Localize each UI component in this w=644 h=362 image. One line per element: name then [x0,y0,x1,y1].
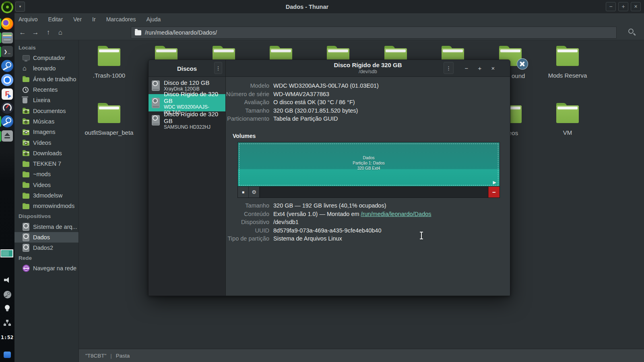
sidebar-item-mods[interactable]: ~mods [14,169,78,179]
maximize-button[interactable]: + [618,2,628,11]
folder-mods-reserva[interactable] [556,46,579,66]
drive-title: Disco Rígido de 320 GB [298,62,438,69]
sidebar-item-videos[interactable]: ▶Vídeos [14,137,78,148]
file-cabinet-icon[interactable] [2,32,14,44]
menu-marcadores[interactable]: Marcadores [106,16,136,23]
eject-icon[interactable] [2,130,14,142]
folder-label-partial: ound [512,72,525,79]
dialog-maximize-button[interactable]: + [475,64,485,73]
folder-documents-icon [23,108,29,114]
firefox-icon[interactable] [1,18,13,30]
folder-images-icon: ▣ [23,129,29,135]
folder-icon [23,171,29,177]
folder-trash-1000[interactable] [98,46,120,66]
folder-download-icon: ↓ [23,150,29,156]
disks-dialog: Discos ⋮ Disco de 120 GBXrayDisk 120GB D… [148,60,510,296]
sidebar-item-navegar-rede[interactable]: Navegar na rede [14,263,78,274]
disks-headerbar[interactable]: Disco Rígido de 320 GB /dev/sdb ⋮ − + × [226,60,510,77]
speaker-icon[interactable] [4,277,16,289]
folder-outfitswaper[interactable] [98,103,120,123]
disks-list-headerbar[interactable]: Discos ⋮ [149,60,225,77]
sidebar-item-videos2[interactable]: Videos [14,180,78,190]
device-row-320gb-wdc[interactable]: Disco Rígido de 320 GBWDC WD3200AAJS-00L… [149,94,225,111]
unmount-button[interactable]: ■ [238,187,249,197]
sidebar-item-morrowindmods[interactable]: morrowindmods [14,201,78,211]
sidebar-item-home[interactable]: ⌂leonardo [14,63,78,74]
folder-vm[interactable] [556,103,579,123]
folder-icon [135,30,141,35]
partition-number: Partição 1: Dados [353,160,385,166]
menubar: Arquivo Editar Ver Ir Marcadores Ajuda [14,13,644,25]
steam-alt-icon[interactable] [1,115,13,128]
menu-ver[interactable]: Ver [73,16,82,23]
app-menu-icon[interactable]: ⋮ [214,62,222,74]
minimize-button[interactable]: − [606,2,616,11]
folder-label: .Trash-1000 [79,72,139,79]
delete-partition-button[interactable]: − [488,187,500,197]
opensuse-logo-icon[interactable] [1,1,13,13]
statusbar: "T8CBT" | Pasta [79,349,644,362]
back-icon[interactable]: ← [18,28,27,37]
sidebar-item-musicas[interactable]: ♪Músicas [14,116,78,127]
close-button[interactable]: × [631,2,641,11]
up-icon[interactable]: ↑ [43,28,53,37]
lightbulb-icon[interactable] [5,305,17,317]
partition-options-icon[interactable]: ⚙ [249,187,260,197]
partition-block[interactable]: Dados Partição 1: Dados 320 GB Ext4 ▶ [238,142,500,187]
sidebar-item-3dmodelsw[interactable]: 3dmodelsw [14,190,78,201]
sidebar-item-lixeira[interactable]: Lixeira [14,95,78,105]
menu-arquivo[interactable]: Arquivo [19,16,37,23]
home-icon: ⌂ [23,65,32,72]
sidebar-item-sistema[interactable]: Sistema de arq... [14,221,78,232]
workspace-pager-icon[interactable] [0,249,12,261]
folder-label: VM [537,129,598,136]
sidebar-item-dados2[interactable]: Dados2 [14,243,78,253]
device-row-320gb-samsung[interactable]: Disco Rígido de 320 GBSAMSUNG HD322HJ [149,111,225,129]
sidebar-item-documentos[interactable]: Documentos [14,105,78,116]
steam-icon[interactable] [1,60,13,72]
folder-icon [23,203,29,209]
drive-device-path: /dev/sdb [298,69,438,74]
volume-toolbar-spacer [260,187,488,197]
menu-editar[interactable]: Editar [48,16,63,23]
globe-icon [23,265,30,272]
dialog-minimize-button[interactable]: − [462,64,471,73]
running-indicator [0,131,1,142]
folder-label: outfitSwaper_beta [79,129,139,136]
menu-ir[interactable]: Ir [92,16,96,23]
drive-menu-icon[interactable]: ⋮ [444,62,454,74]
folder-videos-icon: ▶ [23,140,29,146]
terminal-icon[interactable]: ❯_ [2,46,14,58]
blue-app-icon[interactable] [4,352,16,362]
sidebar-item-dados[interactable]: Dados [14,232,78,243]
menu-ajuda[interactable]: Ajuda [147,16,161,23]
panel-clock: 1:52 [1,334,14,346]
x-emblem-icon [517,58,528,70]
folder-icon [23,182,29,188]
folder-music-icon: ♪ [23,118,29,124]
window-title: Dados - Thunar [14,0,600,13]
mount-point-link[interactable]: /run/media/leonardo/Dados [361,211,431,217]
chromium-icon[interactable] [1,74,13,86]
titlebar[interactable]: ▼ Dados - Thunar − + × [14,0,644,13]
gauge-icon[interactable] [1,102,13,114]
f-app-icon[interactable]: F [2,88,14,101]
drive-icon [23,233,29,241]
sidebar-item-computador[interactable]: Computador [14,53,78,63]
sidebar-item-recentes[interactable]: Recentes [14,84,78,95]
sidebar-item-imagens[interactable]: ▣Imagens [14,127,78,137]
mounted-indicator-icon: ▶ [493,180,496,185]
sidebar-item-desktop[interactable]: Área de trabalho [14,74,78,84]
network-tree-icon[interactable] [4,320,16,332]
dialog-close-button[interactable]: × [488,64,498,73]
sidebar-item-tekken7[interactable]: TEKKEN 7 [14,158,78,169]
path-bar[interactable]: /run/media/leonardo/Dados/ [131,27,617,39]
forward-icon[interactable]: → [31,28,40,37]
drive-icon [23,244,29,252]
partition-name: Dados [363,155,375,160]
home-icon[interactable]: ⌂ [56,28,65,37]
steam-tray-icon[interactable] [4,291,16,303]
search-icon[interactable] [628,29,634,34]
sidebar-item-downloads[interactable]: ↓Downloads [14,148,78,158]
running-indicator [0,47,1,57]
